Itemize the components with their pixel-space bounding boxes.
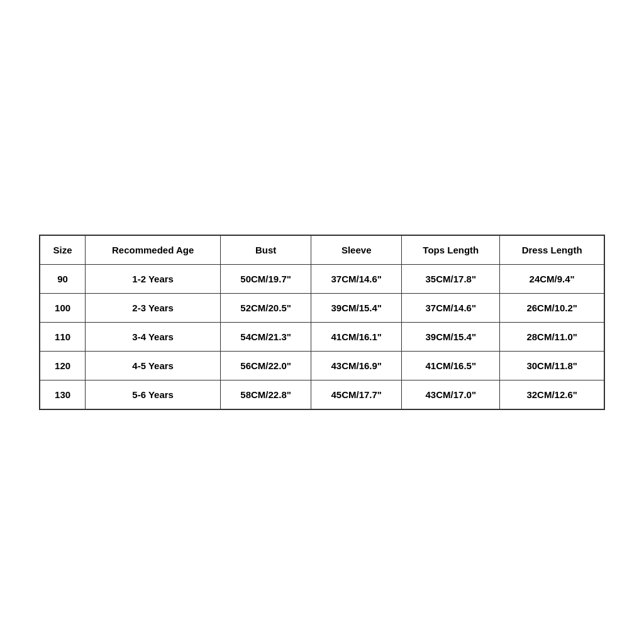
table-cell-0-4: 35CM/17.8" bbox=[402, 264, 500, 293]
table-row: 1305-6 Years58CM/22.8"45CM/17.7"43CM/17.… bbox=[40, 380, 604, 409]
table-row: 1204-5 Years56CM/22.0"43CM/16.9"41CM/16.… bbox=[40, 351, 604, 380]
table-cell-1-0: 100 bbox=[40, 293, 86, 322]
table-cell-4-4: 43CM/17.0" bbox=[402, 380, 500, 409]
table-cell-3-0: 120 bbox=[40, 351, 86, 380]
table-cell-1-3: 39CM/15.4" bbox=[311, 293, 402, 322]
table-cell-2-3: 41CM/16.1" bbox=[311, 322, 402, 351]
column-header-2: Bust bbox=[221, 236, 311, 265]
table-cell-1-5: 26CM/10.2" bbox=[500, 293, 604, 322]
column-header-1: Recommeded Age bbox=[86, 236, 221, 265]
table-cell-0-3: 37CM/14.6" bbox=[311, 264, 402, 293]
column-header-4: Tops Length bbox=[402, 236, 500, 265]
table-cell-0-0: 90 bbox=[40, 264, 86, 293]
table-cell-1-1: 2-3 Years bbox=[86, 293, 221, 322]
table-row: 1002-3 Years52CM/20.5"39CM/15.4"37CM/14.… bbox=[40, 293, 604, 322]
table-cell-2-2: 54CM/21.3" bbox=[221, 322, 311, 351]
table-cell-0-5: 24CM/9.4" bbox=[500, 264, 604, 293]
table-cell-2-0: 110 bbox=[40, 322, 86, 351]
table-cell-0-1: 1-2 Years bbox=[86, 264, 221, 293]
size-chart-table: SizeRecommeded AgeBustSleeveTops LengthD… bbox=[40, 236, 604, 409]
table-row: 1103-4 Years54CM/21.3"41CM/16.1"39CM/15.… bbox=[40, 322, 604, 351]
table-cell-2-4: 39CM/15.4" bbox=[402, 322, 500, 351]
table-cell-2-1: 3-4 Years bbox=[86, 322, 221, 351]
table-cell-3-5: 30CM/11.8" bbox=[500, 351, 604, 380]
table-cell-4-3: 45CM/17.7" bbox=[311, 380, 402, 409]
table-cell-0-2: 50CM/19.7" bbox=[221, 264, 311, 293]
table-cell-4-2: 58CM/22.8" bbox=[221, 380, 311, 409]
column-header-3: Sleeve bbox=[311, 236, 402, 265]
table-cell-3-1: 4-5 Years bbox=[86, 351, 221, 380]
column-header-5: Dress Length bbox=[500, 236, 604, 265]
size-chart-container: SizeRecommeded AgeBustSleeveTops LengthD… bbox=[39, 235, 605, 410]
table-cell-4-5: 32CM/12.6" bbox=[500, 380, 604, 409]
table-cell-3-2: 56CM/22.0" bbox=[221, 351, 311, 380]
table-cell-1-4: 37CM/14.6" bbox=[402, 293, 500, 322]
table-cell-3-4: 41CM/16.5" bbox=[402, 351, 500, 380]
table-cell-4-1: 5-6 Years bbox=[86, 380, 221, 409]
table-row: 901-2 Years50CM/19.7"37CM/14.6"35CM/17.8… bbox=[40, 264, 604, 293]
table-header-row: SizeRecommeded AgeBustSleeveTops LengthD… bbox=[40, 236, 604, 265]
table-cell-2-5: 28CM/11.0" bbox=[500, 322, 604, 351]
table-cell-1-2: 52CM/20.5" bbox=[221, 293, 311, 322]
table-cell-4-0: 130 bbox=[40, 380, 86, 409]
table-cell-3-3: 43CM/16.9" bbox=[311, 351, 402, 380]
column-header-0: Size bbox=[40, 236, 86, 265]
